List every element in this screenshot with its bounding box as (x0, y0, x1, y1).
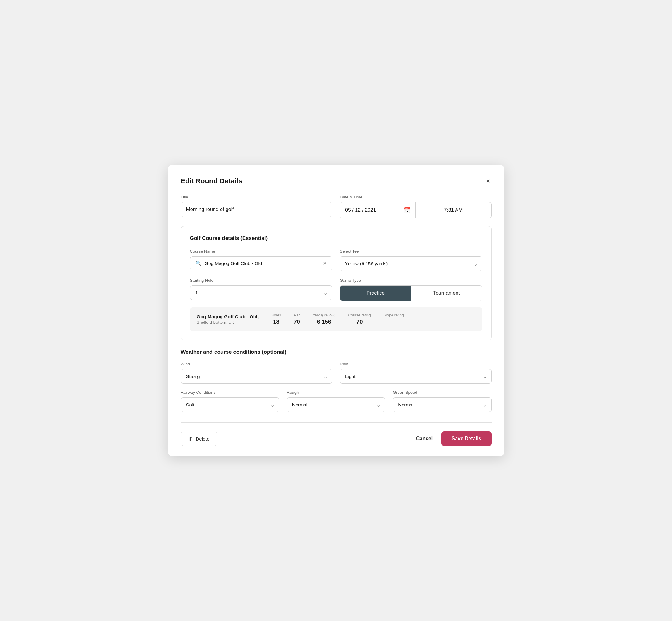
hole-gametype-row: Starting Hole 1234 5678 910 ⌄ Game Type … (190, 278, 482, 301)
hole-select-wrapper: 1234 5678 910 ⌄ (190, 285, 333, 300)
datetime-label: Date & Time (340, 195, 492, 199)
par-label: Par (294, 313, 300, 318)
title-input[interactable] (181, 202, 333, 217)
holes-value: 18 (273, 319, 279, 325)
fairway-group: Fairway Conditions FirmNormalSoftWet ⌄ (181, 390, 279, 412)
cancel-button[interactable]: Cancel (416, 436, 432, 442)
slope-rating-label: Slope rating (384, 313, 404, 318)
select-tee-label: Select Tee (340, 249, 482, 254)
green-speed-select-wrapper: SlowNormal FastVery Fast ⌄ (393, 397, 491, 412)
green-speed-label: Green Speed (393, 390, 491, 395)
close-button[interactable]: × (485, 176, 492, 186)
yards-stat: Yards(Yellow) 6,156 (313, 313, 336, 325)
slope-rating-stat: Slope rating - (384, 313, 404, 325)
title-label: Title (181, 195, 333, 199)
modal-title: Edit Round Details (181, 177, 243, 185)
calendar-icon: 📅 (403, 207, 410, 214)
course-name-label: Course Name (190, 249, 333, 254)
starting-hole-label: Starting Hole (190, 278, 333, 283)
rain-label: Rain (340, 362, 492, 366)
yards-label: Yards(Yellow) (313, 313, 336, 318)
footer-row: 🗑 Delete Cancel Save Details (181, 431, 492, 446)
par-stat: Par 70 (294, 313, 300, 325)
modal-header: Edit Round Details × (181, 176, 492, 186)
starting-hole-group: Starting Hole 1234 5678 910 ⌄ (190, 278, 333, 301)
date-input[interactable]: 05 / 12 / 2021 📅 (340, 202, 416, 218)
rough-select[interactable]: NormalThickShort (287, 398, 385, 412)
game-type-label: Game Type (340, 278, 482, 283)
par-value: 70 (294, 319, 300, 325)
save-button[interactable]: Save Details (442, 431, 491, 446)
course-info-name-block: Gog Magog Golf Club - Old, Shelford Bott… (197, 314, 259, 325)
yards-value: 6,156 (317, 319, 331, 325)
title-datetime-row: Title Date & Time 05 / 12 / 2021 📅 7:31 … (181, 195, 492, 218)
time-value: 7:31 AM (444, 207, 463, 213)
game-type-group: Game Type Practice Tournament (340, 278, 482, 301)
holes-label: Holes (271, 313, 281, 318)
rain-select[interactable]: NoneLight ModerateHeavy (340, 369, 491, 383)
date-value: 05 / 12 / 2021 (345, 207, 376, 213)
fairway-select-wrapper: FirmNormalSoftWet ⌄ (181, 397, 279, 412)
fairway-select[interactable]: FirmNormalSoftWet (181, 398, 279, 412)
tee-select[interactable]: Yellow (6,156 yards) White Red Blue (340, 256, 482, 271)
course-info-bar: Gog Magog Golf Club - Old, Shelford Bott… (190, 307, 482, 331)
course-rating-label: Course rating (348, 313, 371, 318)
green-speed-select[interactable]: SlowNormal FastVery Fast (393, 398, 491, 412)
course-name-group: Course Name 🔍 ✕ (190, 249, 333, 271)
footer-right-actions: Cancel Save Details (416, 431, 492, 446)
wind-rain-row: Wind CalmLightModerate StrongVery Strong… (181, 362, 492, 384)
rain-group: Rain NoneLight ModerateHeavy ⌄ (340, 362, 492, 384)
fairway-rough-green-row: Fairway Conditions FirmNormalSoftWet ⌄ R… (181, 390, 492, 412)
wind-label: Wind (181, 362, 333, 366)
tournament-button[interactable]: Tournament (411, 286, 482, 301)
title-field-group: Title (181, 195, 333, 218)
weather-section-title: Weather and course conditions (optional) (181, 349, 492, 355)
slope-rating-value: - (393, 319, 395, 325)
rain-select-wrapper: NoneLight ModerateHeavy ⌄ (340, 369, 492, 384)
fairway-label: Fairway Conditions (181, 390, 279, 395)
search-icon: 🔍 (195, 260, 202, 266)
datetime-field-group: Date & Time 05 / 12 / 2021 📅 7:31 AM (340, 195, 492, 218)
golf-section-title: Golf Course details (Essential) (190, 235, 482, 241)
rough-select-wrapper: NormalThickShort ⌄ (287, 397, 385, 412)
starting-hole-select[interactable]: 1234 5678 910 (190, 286, 332, 300)
delete-label: Delete (196, 436, 209, 442)
practice-button[interactable]: Practice (340, 286, 411, 301)
clear-icon[interactable]: ✕ (323, 260, 327, 266)
golf-course-section: Golf Course details (Essential) Course N… (181, 226, 492, 340)
course-info-name: Gog Magog Golf Club - Old, (197, 314, 259, 319)
weather-section: Weather and course conditions (optional)… (181, 349, 492, 412)
course-name-search[interactable]: 🔍 ✕ (190, 256, 333, 271)
date-time-inputs: 05 / 12 / 2021 📅 7:31 AM (340, 202, 492, 218)
wind-select[interactable]: CalmLightModerate StrongVery Strong (181, 369, 332, 383)
select-tee-group: Select Tee Yellow (6,156 yards) White Re… (340, 249, 482, 271)
footer-divider (181, 422, 492, 422)
course-rating-value: 70 (356, 319, 363, 325)
rough-group: Rough NormalThickShort ⌄ (287, 390, 385, 412)
green-speed-group: Green Speed SlowNormal FastVery Fast ⌄ (393, 390, 491, 412)
time-input[interactable]: 7:31 AM (416, 202, 491, 218)
game-type-toggle: Practice Tournament (340, 285, 482, 301)
course-info-location: Shelford Bottom, UK (197, 320, 259, 325)
trash-icon: 🗑 (189, 436, 194, 442)
wind-select-wrapper: CalmLightModerate StrongVery Strong ⌄ (181, 369, 333, 384)
course-name-input[interactable] (205, 261, 320, 266)
delete-button[interactable]: 🗑 Delete (181, 432, 217, 446)
rough-label: Rough (287, 390, 385, 395)
course-rating-stat: Course rating 70 (348, 313, 371, 325)
course-selects-row: Course Name 🔍 ✕ Select Tee Yellow (6,156… (190, 249, 482, 271)
edit-round-modal: Edit Round Details × Title Date & Time 0… (168, 165, 504, 456)
tee-select-wrapper: Yellow (6,156 yards) White Red Blue ⌄ (340, 256, 482, 271)
wind-group: Wind CalmLightModerate StrongVery Strong… (181, 362, 333, 384)
holes-stat: Holes 18 (271, 313, 281, 325)
